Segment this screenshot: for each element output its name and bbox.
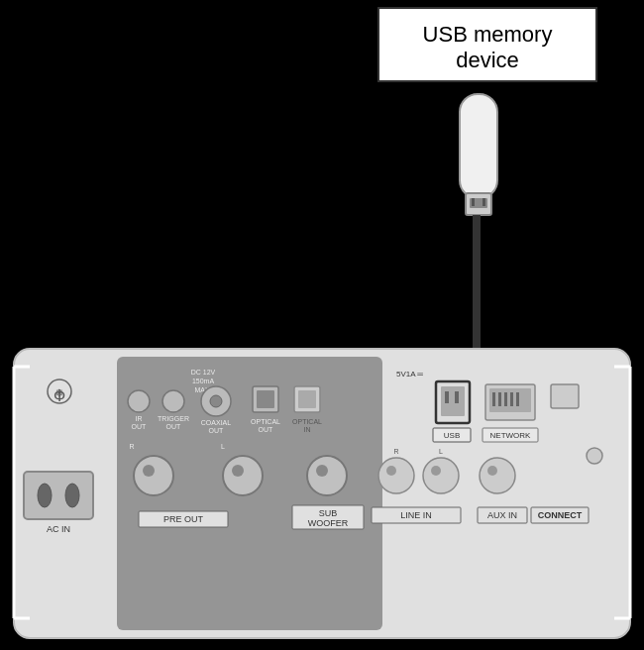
line-in-r-label: R: [393, 448, 398, 455]
trigger-out-label-2: OUT: [166, 423, 182, 430]
sub-woofer-knob-inner: [316, 465, 328, 477]
coaxial-out-label-2: OUT: [209, 427, 225, 434]
ac-socket-hole2: [65, 484, 79, 507]
line-in-r-port: [378, 458, 414, 493]
optical-out-label-2: OUT: [259, 426, 274, 433]
pre-out-l-knob-inner: [232, 465, 244, 477]
optical-in-label: OPTICAL: [292, 418, 322, 425]
pre-out-label: PRE OUT: [163, 514, 204, 524]
pre-out-r-knob-inner: [143, 465, 155, 477]
optical-in-label-2: IN: [304, 426, 311, 433]
bt-symbol: ⎈: [55, 384, 63, 399]
net-pin3: [504, 392, 507, 406]
usb-port-inner: [441, 386, 465, 416]
ac-in-socket: [24, 472, 93, 519]
extra-port: [551, 384, 579, 408]
net-pin2: [498, 392, 501, 406]
net-pin5: [516, 392, 519, 406]
line-in-label: LINE IN: [400, 510, 432, 520]
usb-pin-2: [483, 198, 485, 206]
network-label: NETWORK: [490, 431, 532, 440]
line-in-l-inner: [431, 466, 441, 476]
ir-out-label-2: OUT: [132, 423, 148, 430]
optical-out-inner: [257, 390, 274, 408]
ac-in-label: AC IN: [47, 524, 70, 534]
coaxial-out-inner: [210, 395, 222, 407]
line-in-l-label: L: [439, 448, 443, 455]
ir-out-label: IR: [136, 415, 143, 422]
aux-in-port: [480, 458, 515, 493]
usb-label-text-line2: device: [456, 48, 519, 72]
line-in-r-inner: [386, 466, 396, 476]
sub-woofer-label-text2: WOOFER: [308, 518, 349, 528]
power-label: 5V1A ═: [396, 370, 423, 379]
pre-out-r-knob: [134, 456, 173, 495]
usb-label-text-line1: USB memory: [423, 22, 553, 47]
aux-in-inner: [487, 466, 497, 476]
small-dot-port: [587, 448, 602, 464]
sub-woofer-label-text1: SUB: [319, 508, 338, 518]
optical-in-inner: [298, 390, 316, 408]
usb-port-pin1: [445, 391, 449, 403]
line-in-l-port: [423, 458, 459, 493]
usb-stick-body: [460, 94, 497, 198]
pre-out-l-label: L: [221, 443, 225, 450]
net-pin4: [510, 392, 513, 406]
trigger-out-label: TRIGGER: [158, 415, 189, 422]
dc-label: DC 12V: [191, 369, 216, 376]
aux-in-label: AUX IN: [487, 510, 517, 520]
usb-port-pin2: [455, 391, 459, 403]
trigger-out-port: [162, 390, 184, 412]
pre-out-r-label: R: [129, 443, 134, 450]
optical-out-label: OPTICAL: [251, 418, 280, 425]
main-diagram: USB memory device DC 12V 150mA MAX. Ф ⎈ …: [0, 0, 644, 650]
ac-socket-hole1: [38, 484, 52, 507]
usb-port-label: USB: [444, 431, 460, 440]
dc-label-2: 150mA: [192, 378, 215, 384]
usb-pin-1: [472, 198, 475, 206]
coaxial-out-label: COAXIAL: [201, 419, 231, 426]
net-pin1: [492, 392, 495, 406]
connect-label: CONNECT: [538, 510, 583, 520]
pre-out-l-knob: [223, 456, 263, 495]
ir-out-port: [128, 390, 150, 412]
sub-woofer-knob: [307, 456, 347, 495]
